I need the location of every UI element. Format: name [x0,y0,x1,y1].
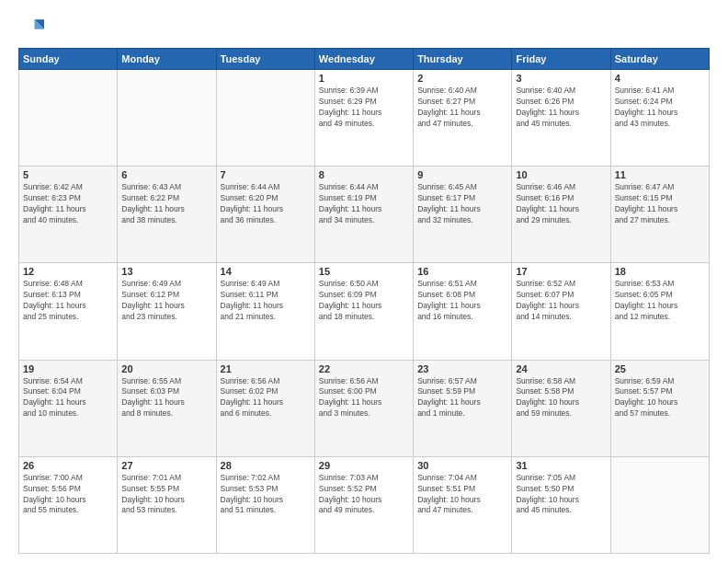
logo [18,15,46,40]
calendar-header-monday: Monday [118,49,216,70]
day-info: Sunrise: 6:55 AM Sunset: 6:03 PM Dayligh… [121,376,211,420]
day-info: Sunrise: 6:52 AM Sunset: 6:07 PM Dayligh… [516,279,606,323]
calendar-header-friday: Friday [512,49,610,70]
calendar-cell: 19Sunrise: 6:54 AM Sunset: 6:04 PM Dayli… [19,360,118,456]
day-number: 6 [121,169,211,180]
day-info: Sunrise: 6:58 AM Sunset: 5:58 PM Dayligh… [516,376,606,420]
calendar-cell: 13Sunrise: 6:49 AM Sunset: 6:12 PM Dayli… [118,263,216,360]
calendar-week-2: 5Sunrise: 6:42 AM Sunset: 6:23 PM Daylig… [19,167,710,263]
calendar-cell: 10Sunrise: 6:46 AM Sunset: 6:16 PM Dayli… [512,167,610,263]
day-info: Sunrise: 6:44 AM Sunset: 6:19 PM Dayligh… [319,182,409,226]
day-info: Sunrise: 7:03 AM Sunset: 5:52 PM Dayligh… [319,473,409,517]
calendar-cell [216,70,314,167]
day-info: Sunrise: 6:39 AM Sunset: 6:29 PM Dayligh… [319,86,409,130]
calendar-cell: 25Sunrise: 6:59 AM Sunset: 5:57 PM Dayli… [610,360,709,456]
calendar-cell: 3Sunrise: 6:40 AM Sunset: 6:26 PM Daylig… [512,70,610,167]
calendar-cell: 8Sunrise: 6:44 AM Sunset: 6:19 PM Daylig… [314,167,413,263]
calendar-week-4: 19Sunrise: 6:54 AM Sunset: 6:04 PM Dayli… [19,360,710,456]
calendar-cell: 11Sunrise: 6:47 AM Sunset: 6:15 PM Dayli… [610,167,709,263]
day-number: 30 [417,460,507,471]
calendar-header-wednesday: Wednesday [314,49,413,70]
day-number: 14 [221,266,311,277]
day-info: Sunrise: 7:01 AM Sunset: 5:55 PM Dayligh… [121,473,211,517]
day-info: Sunrise: 6:51 AM Sunset: 6:08 PM Dayligh… [417,279,507,323]
day-info: Sunrise: 7:04 AM Sunset: 5:51 PM Dayligh… [417,473,507,517]
calendar: SundayMondayTuesdayWednesdayThursdayFrid… [18,48,710,554]
day-info: Sunrise: 6:53 AM Sunset: 6:05 PM Dayligh… [615,279,705,323]
calendar-cell: 4Sunrise: 6:41 AM Sunset: 6:24 PM Daylig… [610,70,709,167]
calendar-header-sunday: Sunday [19,49,118,70]
calendar-header-tuesday: Tuesday [216,49,314,70]
day-number: 31 [516,460,606,471]
day-number: 23 [417,363,507,374]
day-number: 25 [615,363,705,374]
calendar-cell: 27Sunrise: 7:01 AM Sunset: 5:55 PM Dayli… [118,456,216,553]
day-number: 2 [417,73,507,84]
day-number: 20 [121,363,211,374]
calendar-cell: 18Sunrise: 6:53 AM Sunset: 6:05 PM Dayli… [610,263,709,360]
day-number: 24 [516,363,606,374]
day-info: Sunrise: 6:57 AM Sunset: 5:59 PM Dayligh… [417,376,507,420]
calendar-cell: 15Sunrise: 6:50 AM Sunset: 6:09 PM Dayli… [314,263,413,360]
calendar-week-1: 1Sunrise: 6:39 AM Sunset: 6:29 PM Daylig… [19,70,710,167]
day-number: 28 [221,460,311,471]
day-number: 12 [23,266,113,277]
day-info: Sunrise: 6:42 AM Sunset: 6:23 PM Dayligh… [23,182,113,226]
day-info: Sunrise: 6:54 AM Sunset: 6:04 PM Dayligh… [23,376,113,420]
calendar-cell [610,456,709,553]
header [18,15,710,40]
day-number: 18 [615,266,705,277]
calendar-cell: 14Sunrise: 6:49 AM Sunset: 6:11 PM Dayli… [216,263,314,360]
day-info: Sunrise: 6:47 AM Sunset: 6:15 PM Dayligh… [615,182,705,226]
day-info: Sunrise: 7:05 AM Sunset: 5:50 PM Dayligh… [516,473,606,517]
day-number: 29 [319,460,409,471]
day-number: 21 [221,363,311,374]
calendar-cell: 1Sunrise: 6:39 AM Sunset: 6:29 PM Daylig… [314,70,413,167]
day-number: 17 [516,266,606,277]
day-info: Sunrise: 7:00 AM Sunset: 5:56 PM Dayligh… [23,473,113,517]
day-number: 19 [23,363,113,374]
calendar-cell: 21Sunrise: 6:56 AM Sunset: 6:02 PM Dayli… [216,360,314,456]
day-number: 26 [23,460,113,471]
day-info: Sunrise: 6:43 AM Sunset: 6:22 PM Dayligh… [121,182,211,226]
page: SundayMondayTuesdayWednesdayThursdayFrid… [0,0,728,563]
calendar-cell: 16Sunrise: 6:51 AM Sunset: 6:08 PM Dayli… [414,263,512,360]
day-info: Sunrise: 6:40 AM Sunset: 6:27 PM Dayligh… [417,86,507,130]
day-number: 7 [221,169,311,180]
day-info: Sunrise: 6:56 AM Sunset: 6:02 PM Dayligh… [221,376,311,420]
calendar-week-3: 12Sunrise: 6:48 AM Sunset: 6:13 PM Dayli… [19,263,710,360]
day-number: 27 [121,460,211,471]
calendar-header-saturday: Saturday [610,49,709,70]
day-info: Sunrise: 6:45 AM Sunset: 6:17 PM Dayligh… [417,182,507,226]
calendar-cell: 31Sunrise: 7:05 AM Sunset: 5:50 PM Dayli… [512,456,610,553]
day-info: Sunrise: 7:02 AM Sunset: 5:53 PM Dayligh… [221,473,311,517]
day-info: Sunrise: 6:41 AM Sunset: 6:24 PM Dayligh… [615,86,705,130]
day-info: Sunrise: 6:49 AM Sunset: 6:11 PM Dayligh… [221,279,311,323]
day-number: 4 [615,73,705,84]
day-info: Sunrise: 6:40 AM Sunset: 6:26 PM Dayligh… [516,86,606,130]
calendar-header-thursday: Thursday [414,49,512,70]
calendar-cell: 17Sunrise: 6:52 AM Sunset: 6:07 PM Dayli… [512,263,610,360]
day-info: Sunrise: 6:56 AM Sunset: 6:00 PM Dayligh… [319,376,409,420]
day-number: 5 [23,169,113,180]
day-number: 11 [615,169,705,180]
calendar-cell: 24Sunrise: 6:58 AM Sunset: 5:58 PM Dayli… [512,360,610,456]
day-number: 1 [319,73,409,84]
calendar-cell: 28Sunrise: 7:02 AM Sunset: 5:53 PM Dayli… [216,456,314,553]
day-info: Sunrise: 6:44 AM Sunset: 6:20 PM Dayligh… [221,182,311,226]
calendar-cell: 30Sunrise: 7:04 AM Sunset: 5:51 PM Dayli… [414,456,512,553]
calendar-header-row: SundayMondayTuesdayWednesdayThursdayFrid… [19,49,710,70]
calendar-cell: 7Sunrise: 6:44 AM Sunset: 6:20 PM Daylig… [216,167,314,263]
day-info: Sunrise: 6:46 AM Sunset: 6:16 PM Dayligh… [516,182,606,226]
calendar-cell: 26Sunrise: 7:00 AM Sunset: 5:56 PM Dayli… [19,456,118,553]
day-info: Sunrise: 6:49 AM Sunset: 6:12 PM Dayligh… [121,279,211,323]
day-number: 9 [417,169,507,180]
calendar-cell: 5Sunrise: 6:42 AM Sunset: 6:23 PM Daylig… [19,167,118,263]
calendar-cell: 22Sunrise: 6:56 AM Sunset: 6:00 PM Dayli… [314,360,413,456]
day-number: 13 [121,266,211,277]
day-number: 16 [417,266,507,277]
calendar-cell: 9Sunrise: 6:45 AM Sunset: 6:17 PM Daylig… [414,167,512,263]
calendar-cell: 23Sunrise: 6:57 AM Sunset: 5:59 PM Dayli… [414,360,512,456]
day-info: Sunrise: 6:50 AM Sunset: 6:09 PM Dayligh… [319,279,409,323]
day-number: 3 [516,73,606,84]
